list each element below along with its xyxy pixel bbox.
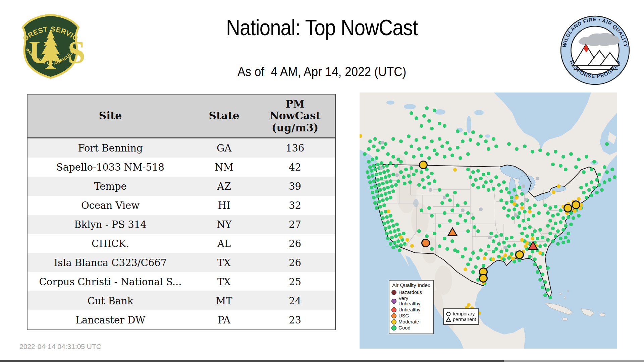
station-dot-good[interactable] [492,137,495,141]
station-dot-good[interactable] [546,266,550,270]
top-site-marker-circle[interactable] [572,200,580,209]
station-dot-good[interactable] [476,142,480,146]
station-dot-good[interactable] [590,193,593,197]
station-dot-good[interactable] [370,169,373,173]
station-dot-good[interactable] [554,205,557,208]
station-dot-good[interactable] [430,127,434,130]
station-dot-good[interactable] [531,233,534,237]
station-dot-good[interactable] [546,238,550,242]
station-dot-moderate[interactable] [577,197,581,201]
station-dot-good[interactable] [543,293,547,297]
station-dot-good[interactable] [391,137,395,141]
station-dot-nodata[interactable] [514,213,518,217]
station-dot-good[interactable] [415,169,418,173]
station-dot-good[interactable] [422,186,426,189]
station-dot-good[interactable] [464,247,467,251]
station-dot-good[interactable] [538,244,542,248]
station-dot-good[interactable] [487,172,490,175]
table-row[interactable]: Ocean ViewHI32 [27,196,335,215]
station-dot-good[interactable] [393,229,396,233]
station-dot-good[interactable] [510,236,514,239]
station-dot-good[interactable] [382,170,386,174]
station-dot-good[interactable] [528,225,532,229]
station-dot-good[interactable] [377,183,381,187]
station-dot-good[interactable] [376,178,380,182]
station-dot-good[interactable] [554,234,557,238]
station-dot-good[interactable] [430,214,434,218]
station-dot-good[interactable] [394,183,398,187]
station-dot-good[interactable] [456,222,460,225]
station-dot-good[interactable] [471,270,475,274]
station-dot-good[interactable] [554,150,557,154]
station-dot-good[interactable] [489,179,493,183]
station-dot-good[interactable] [551,163,555,166]
station-dot-good[interactable] [410,166,413,170]
station-dot-good[interactable] [476,256,480,260]
station-dot-good[interactable] [399,243,403,247]
station-dot-good[interactable] [585,155,588,159]
station-dot-good[interactable] [577,158,581,161]
station-dot-good[interactable] [595,191,599,194]
station-dot-good[interactable] [459,156,462,160]
station-dot-good[interactable] [370,186,373,189]
station-dot-good[interactable] [376,163,380,166]
table-row[interactable]: Fort BenningGA136 [27,138,335,158]
station-dot-good[interactable] [559,164,562,168]
station-dot-good[interactable] [523,227,527,230]
station-dot-good[interactable] [551,214,555,218]
station-dot-good[interactable] [445,141,449,144]
station-dot-good[interactable] [368,165,372,169]
station-dot-good[interactable] [433,232,436,235]
station-dot-good[interactable] [502,241,506,244]
top-site-marker-circle[interactable] [479,274,488,283]
station-dot-good[interactable] [474,265,478,269]
station-dot-good[interactable] [537,211,541,215]
top-site-marker-circle[interactable] [419,161,428,169]
station-dot-good[interactable] [372,164,376,168]
station-dot-good[interactable] [373,201,377,205]
station-dot-good[interactable] [520,232,524,235]
station-dot-good[interactable] [551,227,555,230]
station-dot-good[interactable] [425,106,429,110]
station-dot-nodata[interactable] [380,141,384,144]
station-dot-good[interactable] [522,219,525,223]
station-dot-good[interactable] [502,257,506,261]
station-dot-good[interactable] [377,200,381,203]
station-dot-good[interactable] [417,147,421,151]
station-dot-good[interactable] [561,241,565,244]
station-dot-good[interactable] [381,198,385,202]
table-row[interactable]: CHICK.AL26 [27,234,335,253]
station-dot-nodata[interactable] [536,177,539,180]
station-dot-good[interactable] [402,232,406,235]
station-dot-good[interactable] [533,229,537,233]
station-dot-good[interactable] [385,180,389,184]
station-dot-good[interactable] [398,248,401,252]
station-dot-good[interactable] [372,179,376,183]
station-dot-good[interactable] [373,137,377,141]
station-dot-good[interactable] [456,203,460,207]
station-dot-good[interactable] [610,168,614,171]
station-dot-moderate[interactable] [387,209,390,213]
station-dot-good[interactable] [479,177,483,180]
station-dot-good[interactable] [368,139,372,143]
station-dot-moderate[interactable] [557,184,560,188]
station-dot-good[interactable] [422,114,426,118]
station-dot-good[interactable] [426,175,430,179]
station-dot-good[interactable] [385,164,389,168]
top-site-marker-triangle[interactable] [447,227,458,238]
station-dot-good[interactable] [466,229,470,233]
station-dot-good[interactable] [608,178,611,182]
station-dot-good[interactable] [474,178,478,182]
station-dot-good[interactable] [482,264,485,267]
station-dot-good[interactable] [494,234,498,238]
station-dot-good[interactable] [577,214,581,218]
station-dot-good[interactable] [546,288,550,292]
station-dot-good[interactable] [410,111,413,115]
station-dot-good[interactable] [380,193,383,197]
station-dot-good[interactable] [479,134,483,138]
station-dot-moderate[interactable] [399,235,403,239]
station-dot-good[interactable] [476,229,480,233]
station-dot-good[interactable] [502,206,506,210]
station-dot-good[interactable] [404,151,408,155]
station-dot-good[interactable] [466,152,470,156]
